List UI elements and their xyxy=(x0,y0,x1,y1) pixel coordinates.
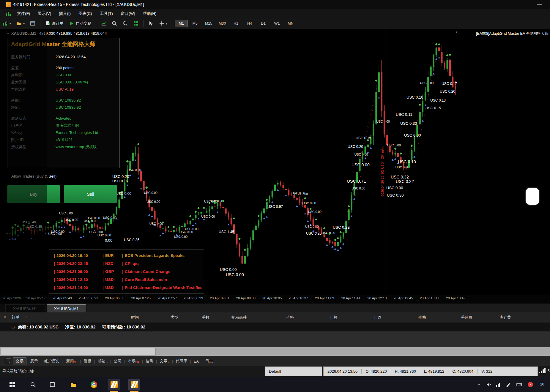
taskbar-clock[interactable]: 20 xyxy=(540,382,544,386)
timeframe-mn[interactable]: MN xyxy=(284,20,297,27)
exness-app-icon-2[interactable] xyxy=(130,381,138,388)
menu-item-0[interactable]: 文件(F) xyxy=(13,9,34,18)
crosshair-button[interactable]: ▾ xyxy=(157,20,170,27)
terminal-tab-7[interactable]: 市场94 xyxy=(125,358,142,365)
terminal-column-6[interactable]: 止盈 xyxy=(343,315,382,320)
terminal-column-2[interactable]: 手数 xyxy=(171,315,209,320)
zoom-in-button[interactable] xyxy=(109,20,119,27)
indicators-icon xyxy=(101,21,106,26)
file-explorer-icon[interactable] xyxy=(70,381,77,388)
chart-ohlc-values: 4819.030 4819.885 4818.613 4819.044 xyxy=(39,31,107,36)
chart-area[interactable]: USC 0.00USC 0.00USC 0.00USC 0.00USC 0.00… xyxy=(0,29,550,294)
time-axis[interactable]: 20 Apr 202620 Apr 05:1720 Apr 05:4920 Ap… xyxy=(0,294,550,304)
terminal-column-3[interactable]: 交易品种 xyxy=(208,315,247,320)
profit-label-23: USC 0.17 xyxy=(442,82,457,86)
timeframe-m30[interactable]: M30 xyxy=(216,20,229,27)
autotrade-button[interactable]: 自动交易 xyxy=(67,20,94,27)
indicators-button[interactable] xyxy=(99,20,109,27)
chart-tab-bar: XAUUSDc,H1 XAUUSDc,M1 xyxy=(0,303,550,313)
menu-item-6[interactable]: 帮助(H) xyxy=(139,9,160,18)
timeframe-h4[interactable]: H4 xyxy=(243,20,256,27)
terminal-tab-2[interactable]: 账户历史 xyxy=(42,358,62,365)
timeframe-m1[interactable]: M1 xyxy=(175,20,188,27)
time-axis-label-4: 20 Apr 06:53 xyxy=(101,296,128,300)
zoom-in-icon xyxy=(112,21,117,26)
terminal-tab-10[interactable]: 代码库 xyxy=(173,358,190,365)
keyboard-icon[interactable] xyxy=(515,381,523,388)
notification-stop-icon[interactable]: × xyxy=(527,381,534,388)
terminal-column-4[interactable]: 价格 xyxy=(255,315,294,320)
timeframe-h1[interactable]: H1 xyxy=(229,20,242,27)
profiles-button[interactable]: ▾ xyxy=(14,20,27,27)
tile-windows-button[interactable] xyxy=(131,20,141,27)
ea-row-value: USC 0.00 (0.00 %) xyxy=(56,80,88,84)
ea-row-9: 经纪商:Exness Technologies Ltd xyxy=(11,130,98,137)
status-profile[interactable]: Default xyxy=(265,366,322,376)
terminal-tab-5[interactable]: 邮箱6 xyxy=(95,358,110,365)
terminal-tab-0[interactable]: 交易 xyxy=(13,357,26,365)
news-row-0: |2026.04.20 16:40|EUR|ECB President Laga… xyxy=(52,252,204,260)
autoscroll-icon[interactable]: ▲ xyxy=(455,30,458,34)
cursor-icon xyxy=(148,21,154,26)
menu-item-1[interactable]: 显示(V) xyxy=(34,9,55,18)
terminal-tab-6[interactable]: 公司 xyxy=(111,358,124,365)
menu-item-3[interactable]: 图表(C) xyxy=(75,9,96,18)
network-icon[interactable] xyxy=(494,381,502,388)
current-price-line xyxy=(119,81,550,81)
zoom-out-button[interactable] xyxy=(120,20,130,27)
terminal-tab-9[interactable]: 文章2 xyxy=(157,358,172,365)
menu-item-5[interactable]: 窗口(W) xyxy=(117,9,139,18)
terminal-column-0[interactable]: 时间 xyxy=(100,315,139,320)
chart-tab-xauusdc-h1[interactable]: XAUUSDc,H1 xyxy=(5,304,45,313)
new-order-button[interactable]: 新订单 xyxy=(43,20,66,27)
chart-collapse-icon[interactable]: ▼ xyxy=(7,32,10,35)
scrollbar-thumb[interactable] xyxy=(1,348,156,355)
orders-tab[interactable]: 订单 xyxy=(12,315,20,320)
svg-text:USC 0.00: USC 0.00 xyxy=(387,143,401,147)
terminal-hscrollbar[interactable] xyxy=(0,347,550,356)
timeframe-m5[interactable]: M5 xyxy=(188,20,201,27)
ea-row-1: 点差:280 points xyxy=(11,65,73,72)
terminal-tab-4[interactable]: 警报 xyxy=(81,358,94,365)
ea-row-4: 本周盈利:USC -0.19 xyxy=(11,87,74,93)
balance-row: ⊙ 余额: 10 836.92 USC 净值: 10 836.92 可用预付款:… xyxy=(0,323,550,331)
window-layout-button[interactable] xyxy=(28,20,38,27)
terminal-tab-8[interactable]: 信号 xyxy=(143,358,156,365)
tray-chevron-up-icon[interactable] xyxy=(475,381,483,388)
exness-app-icon-1[interactable] xyxy=(110,381,118,388)
volume-icon[interactable] xyxy=(485,381,493,388)
chart-tab-xauusdc-m1[interactable]: XAUUSDc,M1 xyxy=(47,304,86,313)
terminal-column-7[interactable]: 价格 xyxy=(387,315,426,320)
terminal-column-9[interactable]: 库存费 xyxy=(472,315,511,320)
task-view-icon[interactable] xyxy=(48,381,56,388)
svg-text:USC 0.00: USC 0.00 xyxy=(201,215,215,218)
terminal-column-5[interactable]: 止损 xyxy=(299,315,338,320)
terminal-tab-12[interactable]: 日志 xyxy=(202,358,215,365)
chrome-icon[interactable] xyxy=(90,381,98,388)
cursor-button[interactable] xyxy=(146,20,156,27)
pen-icon[interactable] xyxy=(505,381,512,388)
timeframe-w1[interactable]: W1 xyxy=(270,20,283,27)
timeframe-m15[interactable]: M15 xyxy=(202,20,215,27)
profit-label-27: USC 0.10 xyxy=(406,95,423,99)
new-chart-button[interactable]: ▾ xyxy=(0,20,13,27)
terminal-tab-3[interactable]: 新闻99 xyxy=(63,358,80,365)
profit-label-4: USC 0.10 xyxy=(398,159,416,164)
buy-button[interactable]: Buy xyxy=(7,185,60,203)
start-button[interactable] xyxy=(8,381,16,388)
timeframe-d1[interactable]: D1 xyxy=(257,20,270,27)
menu-item-2[interactable]: 插入(I) xyxy=(55,9,75,18)
menu-items: 文件(F)显示(V)插入(I)图表(C)工具(T)窗口(W)帮助(H) xyxy=(13,9,160,18)
search-icon[interactable] xyxy=(29,381,37,388)
menu-item-4[interactable]: 工具(T) xyxy=(96,9,117,18)
profit-label-26: USC 0.15 xyxy=(425,106,441,110)
terminal-tab-11[interactable]: EA xyxy=(191,358,201,364)
svg-text:USC 0.00: USC 0.00 xyxy=(294,192,308,196)
minimize-button[interactable]: — xyxy=(535,0,544,8)
terminal-tab-1[interactable]: 展示 xyxy=(27,358,40,365)
sell-button[interactable]: Sell xyxy=(64,185,117,203)
ea-row-8: 用户名:缇庒焙鐢ㄦ埛 xyxy=(11,123,79,129)
status-help-text: 寻求帮助,请按F1键 xyxy=(2,369,34,374)
close-icon[interactable]: × xyxy=(4,315,6,319)
terminal-column-8[interactable]: 手续费 xyxy=(434,315,472,320)
